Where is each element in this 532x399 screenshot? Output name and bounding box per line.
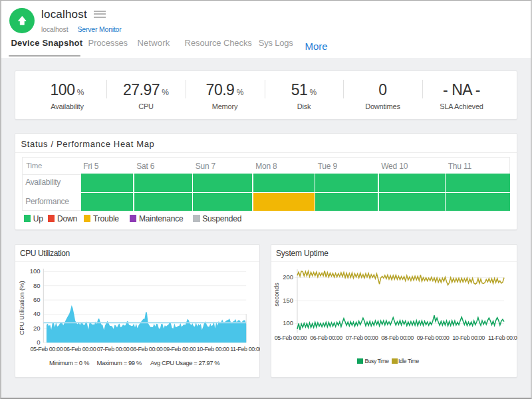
svg-text:08-Feb 00:00: 08-Feb 00:00 [381, 334, 414, 341]
svg-text:seconds: seconds [273, 283, 280, 307]
svg-text:06-Feb 00:00: 06-Feb 00:00 [310, 334, 342, 341]
svg-text:20: 20 [33, 325, 40, 332]
svg-text:150: 150 [283, 297, 293, 304]
svg-text:08-Feb 00:00: 08-Feb 00:00 [130, 346, 162, 352]
svg-text:11-Feb 00:00: 11-Feb 00:00 [488, 334, 517, 341]
svg-text:10-Feb 00:00: 10-Feb 00:00 [452, 334, 485, 341]
svg-text:200: 200 [283, 273, 293, 281]
svg-text:11-Feb 00:00: 11-Feb 00:00 [230, 346, 260, 352]
svg-text:100: 100 [29, 267, 40, 275]
svg-text:06-Feb 00:00: 06-Feb 00:00 [63, 346, 96, 352]
svg-text:10-Feb 00:00: 10-Feb 00:00 [196, 346, 229, 352]
svg-text:09-Feb 00:00: 09-Feb 00:00 [163, 346, 196, 352]
svg-text:05-Feb 00:00: 05-Feb 00:00 [30, 346, 63, 352]
svg-text:05-Feb 00:00: 05-Feb 00:00 [275, 334, 307, 341]
svg-text:CPU Utilization (%): CPU Utilization (%) [18, 281, 25, 334]
svg-text:07-Feb 00:00: 07-Feb 00:00 [346, 334, 378, 341]
svg-text:80: 80 [33, 282, 40, 289]
svg-text:0: 0 [37, 338, 40, 346]
svg-text:07-Feb 00:00: 07-Feb 00:00 [96, 346, 129, 352]
svg-text:09-Feb 00:00: 09-Feb 00:00 [417, 334, 450, 341]
svg-text:60: 60 [33, 296, 40, 303]
svg-text:100: 100 [283, 319, 293, 327]
svg-text:40: 40 [33, 310, 40, 317]
